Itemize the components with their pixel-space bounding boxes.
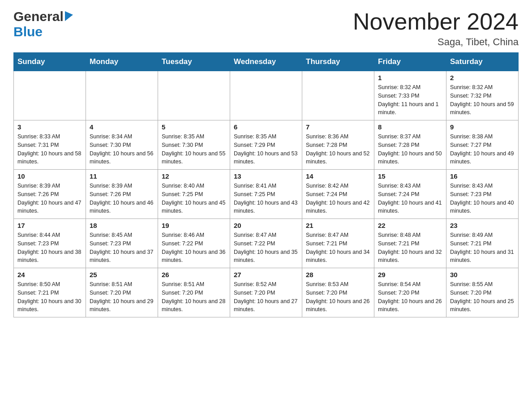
day-number: 4	[90, 123, 154, 131]
day-number: 30	[450, 271, 515, 278]
day-number: 3	[17, 123, 82, 131]
day-number: 13	[234, 172, 298, 180]
table-row	[14, 71, 86, 120]
calendar-subtitle: Saga, Tibet, China	[353, 36, 519, 48]
day-number: 11	[90, 172, 154, 180]
day-number: 2	[450, 74, 515, 81]
day-number: 18	[90, 222, 154, 229]
day-number: 9	[450, 123, 515, 131]
day-info: Sunrise: 8:55 AMSunset: 7:20 PMDaylight:…	[450, 280, 515, 314]
day-info: Sunrise: 8:52 AMSunset: 7:20 PMDaylight:…	[234, 280, 298, 314]
day-info: Sunrise: 8:51 AMSunset: 7:20 PMDaylight:…	[90, 280, 154, 314]
col-thursday: Thursday	[302, 53, 374, 71]
table-row: 13Sunrise: 8:41 AMSunset: 7:25 PMDayligh…	[230, 170, 302, 219]
col-saturday: Saturday	[446, 53, 519, 71]
day-info: Sunrise: 8:43 AMSunset: 7:23 PMDaylight:…	[450, 182, 515, 215]
day-info: Sunrise: 8:51 AMSunset: 7:20 PMDaylight:…	[162, 280, 226, 314]
day-number: 10	[17, 172, 82, 180]
day-info: Sunrise: 8:48 AMSunset: 7:21 PMDaylight:…	[378, 231, 442, 265]
day-number: 12	[162, 172, 226, 180]
day-number: 20	[234, 222, 298, 229]
week-row-1: 1Sunrise: 8:32 AMSunset: 7:33 PMDaylight…	[14, 71, 519, 120]
day-info: Sunrise: 8:35 AMSunset: 7:30 PMDaylight:…	[162, 133, 226, 166]
week-row-2: 3Sunrise: 8:33 AMSunset: 7:31 PMDaylight…	[14, 120, 519, 170]
day-number: 29	[378, 271, 442, 278]
table-row: 12Sunrise: 8:40 AMSunset: 7:25 PMDayligh…	[158, 170, 230, 219]
table-row: 6Sunrise: 8:35 AMSunset: 7:29 PMDaylight…	[230, 120, 302, 170]
table-row: 2Sunrise: 8:32 AMSunset: 7:32 PMDaylight…	[446, 71, 519, 120]
day-info: Sunrise: 8:42 AMSunset: 7:24 PMDaylight:…	[306, 182, 370, 215]
day-info: Sunrise: 8:49 AMSunset: 7:21 PMDaylight:…	[450, 231, 515, 265]
table-row	[86, 71, 158, 120]
table-row	[230, 71, 302, 120]
day-number: 14	[306, 172, 370, 180]
day-number: 1	[378, 74, 442, 81]
table-row: 25Sunrise: 8:51 AMSunset: 7:20 PMDayligh…	[86, 268, 158, 317]
header: General Blue November 2024 Saga, Tibet, …	[13, 9, 519, 48]
day-info: Sunrise: 8:35 AMSunset: 7:29 PMDaylight:…	[234, 133, 298, 166]
day-number: 26	[162, 271, 226, 278]
table-row: 27Sunrise: 8:52 AMSunset: 7:20 PMDayligh…	[230, 268, 302, 317]
table-row: 26Sunrise: 8:51 AMSunset: 7:20 PMDayligh…	[158, 268, 230, 317]
day-info: Sunrise: 8:39 AMSunset: 7:26 PMDaylight:…	[17, 182, 82, 215]
table-row: 21Sunrise: 8:47 AMSunset: 7:21 PMDayligh…	[302, 219, 374, 268]
day-info: Sunrise: 8:38 AMSunset: 7:27 PMDaylight:…	[450, 133, 515, 166]
svg-marker-0	[65, 11, 73, 21]
table-row: 20Sunrise: 8:47 AMSunset: 7:22 PMDayligh…	[230, 219, 302, 268]
day-info: Sunrise: 8:47 AMSunset: 7:21 PMDaylight:…	[306, 231, 370, 265]
day-info: Sunrise: 8:54 AMSunset: 7:20 PMDaylight:…	[378, 280, 442, 314]
day-number: 16	[450, 172, 515, 180]
title-area: November 2024 Saga, Tibet, China	[353, 9, 519, 48]
table-row: 19Sunrise: 8:46 AMSunset: 7:22 PMDayligh…	[158, 219, 230, 268]
day-number: 15	[378, 172, 442, 180]
day-number: 23	[450, 222, 515, 229]
col-sunday: Sunday	[14, 53, 86, 71]
logo-triangle-icon	[65, 11, 73, 23]
logo-blue-text: Blue	[13, 24, 43, 39]
day-number: 27	[234, 271, 298, 278]
day-number: 22	[378, 222, 442, 229]
table-row: 28Sunrise: 8:53 AMSunset: 7:20 PMDayligh…	[302, 268, 374, 317]
day-info: Sunrise: 8:32 AMSunset: 7:33 PMDaylight:…	[378, 83, 442, 117]
table-row: 10Sunrise: 8:39 AMSunset: 7:26 PMDayligh…	[14, 170, 86, 219]
day-info: Sunrise: 8:37 AMSunset: 7:28 PMDaylight:…	[378, 133, 442, 166]
day-number: 21	[306, 222, 370, 229]
day-info: Sunrise: 8:41 AMSunset: 7:25 PMDaylight:…	[234, 182, 298, 215]
table-row: 3Sunrise: 8:33 AMSunset: 7:31 PMDaylight…	[14, 120, 86, 170]
day-number: 28	[306, 271, 370, 278]
table-row: 11Sunrise: 8:39 AMSunset: 7:26 PMDayligh…	[86, 170, 158, 219]
table-row	[302, 71, 374, 120]
table-row	[158, 71, 230, 120]
day-info: Sunrise: 8:53 AMSunset: 7:20 PMDaylight:…	[306, 280, 370, 314]
table-row: 17Sunrise: 8:44 AMSunset: 7:23 PMDayligh…	[14, 219, 86, 268]
week-row-4: 17Sunrise: 8:44 AMSunset: 7:23 PMDayligh…	[14, 219, 519, 268]
day-info: Sunrise: 8:33 AMSunset: 7:31 PMDaylight:…	[17, 133, 82, 166]
table-row: 23Sunrise: 8:49 AMSunset: 7:21 PMDayligh…	[446, 219, 519, 268]
day-number: 5	[162, 123, 226, 131]
day-info: Sunrise: 8:39 AMSunset: 7:26 PMDaylight:…	[90, 182, 154, 215]
table-row: 24Sunrise: 8:50 AMSunset: 7:21 PMDayligh…	[14, 268, 86, 317]
day-info: Sunrise: 8:45 AMSunset: 7:23 PMDaylight:…	[90, 231, 154, 265]
calendar-table: Sunday Monday Tuesday Wednesday Thursday…	[13, 52, 519, 317]
calendar-title: November 2024	[353, 9, 519, 34]
day-info: Sunrise: 8:46 AMSunset: 7:22 PMDaylight:…	[162, 231, 226, 265]
table-row: 1Sunrise: 8:32 AMSunset: 7:33 PMDaylight…	[374, 71, 446, 120]
table-row: 30Sunrise: 8:55 AMSunset: 7:20 PMDayligh…	[446, 268, 519, 317]
day-info: Sunrise: 8:43 AMSunset: 7:24 PMDaylight:…	[378, 182, 442, 215]
day-number: 17	[17, 222, 82, 229]
table-row: 7Sunrise: 8:36 AMSunset: 7:28 PMDaylight…	[302, 120, 374, 170]
day-info: Sunrise: 8:32 AMSunset: 7:32 PMDaylight:…	[450, 83, 515, 117]
col-friday: Friday	[374, 53, 446, 71]
table-row: 9Sunrise: 8:38 AMSunset: 7:27 PMDaylight…	[446, 120, 519, 170]
table-row: 29Sunrise: 8:54 AMSunset: 7:20 PMDayligh…	[374, 268, 446, 317]
day-number: 19	[162, 222, 226, 229]
day-info: Sunrise: 8:44 AMSunset: 7:23 PMDaylight:…	[17, 231, 82, 265]
table-row: 22Sunrise: 8:48 AMSunset: 7:21 PMDayligh…	[374, 219, 446, 268]
table-row: 5Sunrise: 8:35 AMSunset: 7:30 PMDaylight…	[158, 120, 230, 170]
col-tuesday: Tuesday	[158, 53, 230, 71]
table-row: 4Sunrise: 8:34 AMSunset: 7:30 PMDaylight…	[86, 120, 158, 170]
day-number: 25	[90, 271, 154, 278]
week-row-3: 10Sunrise: 8:39 AMSunset: 7:26 PMDayligh…	[14, 170, 519, 219]
table-row: 18Sunrise: 8:45 AMSunset: 7:23 PMDayligh…	[86, 219, 158, 268]
day-number: 8	[378, 123, 442, 131]
